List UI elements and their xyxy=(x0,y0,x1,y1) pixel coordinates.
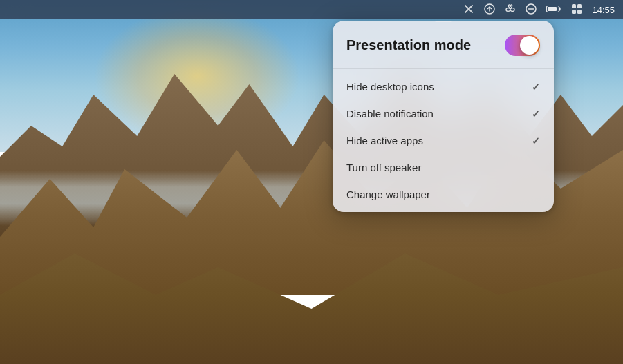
checkmark-hide-active-apps: ✓ xyxy=(532,135,540,146)
presentation-mode-toggle[interactable] xyxy=(505,35,540,56)
toggle-thumb xyxy=(520,36,539,55)
svg-rect-6 xyxy=(548,7,557,11)
battery-icon[interactable] xyxy=(543,3,564,17)
svg-rect-8 xyxy=(572,4,576,8)
option-label-change-wallpaper: Change wallpaper xyxy=(346,189,430,200)
checkmark-hide-desktop-icons: ✓ xyxy=(532,82,540,93)
option-hide-active-apps[interactable]: Hide active apps ✓ xyxy=(333,127,554,154)
svg-rect-10 xyxy=(572,10,576,14)
popup-header: Presentation mode xyxy=(333,21,554,69)
presentation-mode-panel: Presentation mode Hide desktop icons ✓ D… xyxy=(333,21,554,212)
checkmark-disable-notification: ✓ xyxy=(532,108,540,119)
option-label-disable-notification: Disable notification xyxy=(346,108,434,119)
popup-title: Presentation mode xyxy=(346,37,471,53)
svg-rect-9 xyxy=(577,4,582,8)
butterfly-icon[interactable] xyxy=(502,2,519,18)
screen-record-icon[interactable] xyxy=(461,2,477,18)
upload-icon[interactable] xyxy=(481,2,498,18)
svg-rect-11 xyxy=(577,10,582,14)
option-label-turn-off-speaker: Turn off speaker xyxy=(346,162,421,173)
svg-rect-7 xyxy=(561,8,561,10)
control-center-icon[interactable] xyxy=(568,2,585,18)
option-hide-desktop-icons[interactable]: Hide desktop icons ✓ xyxy=(333,73,554,100)
option-turn-off-speaker[interactable]: Turn off speaker xyxy=(333,154,554,181)
option-change-wallpaper[interactable]: Change wallpaper xyxy=(333,181,554,208)
option-label-hide-active-apps: Hide active apps xyxy=(346,135,423,146)
option-disable-notification[interactable]: Disable notification ✓ xyxy=(333,100,554,127)
menubar-right-icons: 14:55 xyxy=(461,2,615,18)
options-list: Hide desktop icons ✓ Disable notificatio… xyxy=(333,69,554,212)
do-not-disturb-icon[interactable] xyxy=(523,2,539,18)
option-label-hide-desktop-icons: Hide desktop icons xyxy=(346,81,434,93)
menubar: 14:55 xyxy=(0,0,623,19)
menubar-time: 14:55 xyxy=(592,5,615,15)
